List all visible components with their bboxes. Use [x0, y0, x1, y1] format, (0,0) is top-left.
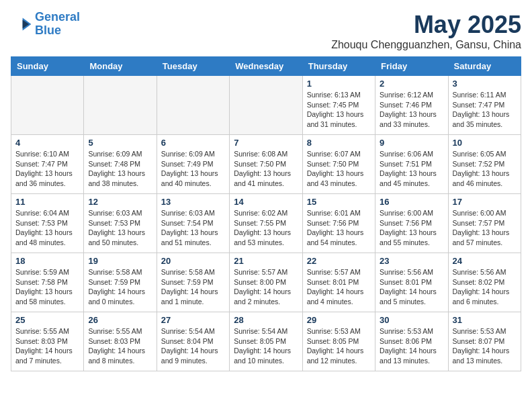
day-number: 12	[88, 197, 152, 207]
calendar-cell: 23Sunrise: 5:56 AM Sunset: 8:01 PM Dayli…	[375, 253, 448, 312]
calendar-cell: 15Sunrise: 6:01 AM Sunset: 7:56 PM Dayli…	[302, 194, 375, 253]
calendar-week-row: 4Sunrise: 6:10 AM Sunset: 7:47 PM Daylig…	[11, 135, 521, 194]
calendar-cell: 21Sunrise: 5:57 AM Sunset: 8:00 PM Dayli…	[230, 253, 302, 312]
calendar-cell	[230, 76, 302, 135]
calendar-cell: 4Sunrise: 6:10 AM Sunset: 7:47 PM Daylig…	[11, 135, 84, 194]
weekday-header: Saturday	[448, 57, 521, 76]
calendar-cell: 6Sunrise: 6:09 AM Sunset: 7:49 PM Daylig…	[157, 135, 229, 194]
calendar-cell: 11Sunrise: 6:04 AM Sunset: 7:53 PM Dayli…	[11, 194, 84, 253]
day-info: Sunrise: 6:12 AM Sunset: 7:46 PM Dayligh…	[380, 90, 443, 130]
location-title: Zhouqu Chengguanzhen, Gansu, China	[331, 39, 521, 51]
calendar-cell: 9Sunrise: 6:06 AM Sunset: 7:51 PM Daylig…	[375, 135, 448, 194]
day-info: Sunrise: 5:53 AM Sunset: 8:07 PM Dayligh…	[453, 326, 517, 366]
day-info: Sunrise: 6:02 AM Sunset: 7:55 PM Dayligh…	[234, 208, 298, 248]
day-info: Sunrise: 6:00 AM Sunset: 7:56 PM Dayligh…	[380, 208, 443, 248]
day-number: 30	[380, 315, 443, 325]
day-info: Sunrise: 5:57 AM Sunset: 8:00 PM Dayligh…	[234, 267, 298, 307]
calendar-cell: 13Sunrise: 6:03 AM Sunset: 7:54 PM Dayli…	[157, 194, 229, 253]
logo-line1: General	[35, 10, 80, 24]
calendar-cell: 1Sunrise: 6:13 AM Sunset: 7:45 PM Daylig…	[302, 76, 375, 135]
logo: General Blue	[11, 11, 80, 38]
day-number: 6	[161, 138, 225, 148]
day-number: 28	[234, 315, 298, 325]
day-number: 23	[380, 256, 443, 266]
logo-line2: Blue	[35, 24, 61, 37]
day-info: Sunrise: 6:07 AM Sunset: 7:50 PM Dayligh…	[307, 149, 371, 189]
weekday-header-row: SundayMondayTuesdayWednesdayThursdayFrid…	[11, 57, 521, 76]
day-number: 27	[161, 315, 225, 325]
day-number: 11	[15, 197, 79, 207]
calendar-week-row: 11Sunrise: 6:04 AM Sunset: 7:53 PM Dayli…	[11, 194, 521, 253]
day-info: Sunrise: 6:03 AM Sunset: 7:54 PM Dayligh…	[161, 208, 225, 248]
day-number: 3	[453, 79, 517, 89]
calendar-cell: 17Sunrise: 6:00 AM Sunset: 7:57 PM Dayli…	[448, 194, 521, 253]
day-number: 20	[161, 256, 225, 266]
day-info: Sunrise: 6:13 AM Sunset: 7:45 PM Dayligh…	[307, 90, 371, 130]
weekday-header: Tuesday	[157, 57, 229, 76]
day-number: 24	[453, 256, 517, 266]
calendar-cell: 7Sunrise: 6:08 AM Sunset: 7:50 PM Daylig…	[230, 135, 302, 194]
calendar: SundayMondayTuesdayWednesdayThursdayFrid…	[11, 56, 521, 371]
day-number: 4	[15, 138, 79, 148]
day-info: Sunrise: 5:54 AM Sunset: 8:04 PM Dayligh…	[161, 326, 225, 366]
day-info: Sunrise: 6:09 AM Sunset: 7:49 PM Dayligh…	[161, 149, 225, 189]
day-info: Sunrise: 6:11 AM Sunset: 7:47 PM Dayligh…	[453, 90, 517, 130]
logo-icon	[11, 13, 32, 35]
weekday-header: Friday	[375, 57, 448, 76]
day-number: 1	[307, 79, 371, 89]
title-section: May 2025 Zhouqu Chengguanzhen, Gansu, Ch…	[331, 11, 521, 51]
day-number: 5	[88, 138, 152, 148]
day-info: Sunrise: 6:00 AM Sunset: 7:57 PM Dayligh…	[453, 208, 517, 248]
day-number: 15	[307, 197, 371, 207]
day-number: 17	[453, 197, 517, 207]
day-number: 14	[234, 197, 298, 207]
day-number: 9	[380, 138, 443, 148]
day-info: Sunrise: 6:05 AM Sunset: 7:52 PM Dayligh…	[453, 149, 517, 189]
day-info: Sunrise: 5:55 AM Sunset: 8:03 PM Dayligh…	[15, 326, 79, 366]
calendar-cell	[11, 76, 84, 135]
day-info: Sunrise: 5:53 AM Sunset: 8:05 PM Dayligh…	[307, 326, 371, 366]
day-info: Sunrise: 6:08 AM Sunset: 7:50 PM Dayligh…	[234, 149, 298, 189]
calendar-cell	[84, 76, 157, 135]
calendar-cell: 19Sunrise: 5:58 AM Sunset: 7:59 PM Dayli…	[84, 253, 157, 312]
day-number: 2	[380, 79, 443, 89]
calendar-cell: 12Sunrise: 6:03 AM Sunset: 7:53 PM Dayli…	[84, 194, 157, 253]
day-info: Sunrise: 5:53 AM Sunset: 8:06 PM Dayligh…	[380, 326, 443, 366]
day-info: Sunrise: 5:56 AM Sunset: 8:02 PM Dayligh…	[453, 267, 517, 307]
day-number: 22	[307, 256, 371, 266]
day-info: Sunrise: 5:55 AM Sunset: 8:03 PM Dayligh…	[88, 326, 152, 366]
calendar-cell: 22Sunrise: 5:57 AM Sunset: 8:01 PM Dayli…	[302, 253, 375, 312]
day-info: Sunrise: 6:06 AM Sunset: 7:51 PM Dayligh…	[380, 149, 443, 189]
calendar-cell: 14Sunrise: 6:02 AM Sunset: 7:55 PM Dayli…	[230, 194, 302, 253]
calendar-cell: 8Sunrise: 6:07 AM Sunset: 7:50 PM Daylig…	[302, 135, 375, 194]
day-info: Sunrise: 6:03 AM Sunset: 7:53 PM Dayligh…	[88, 208, 152, 248]
calendar-cell: 29Sunrise: 5:53 AM Sunset: 8:05 PM Dayli…	[302, 312, 375, 371]
calendar-cell: 25Sunrise: 5:55 AM Sunset: 8:03 PM Dayli…	[11, 312, 84, 371]
calendar-cell: 27Sunrise: 5:54 AM Sunset: 8:04 PM Dayli…	[157, 312, 229, 371]
day-info: Sunrise: 5:56 AM Sunset: 8:01 PM Dayligh…	[380, 267, 443, 307]
day-info: Sunrise: 6:10 AM Sunset: 7:47 PM Dayligh…	[15, 149, 79, 189]
day-number: 25	[15, 315, 79, 325]
day-number: 8	[307, 138, 371, 148]
day-info: Sunrise: 5:59 AM Sunset: 7:58 PM Dayligh…	[15, 267, 79, 307]
day-number: 29	[307, 315, 371, 325]
weekday-header: Wednesday	[230, 57, 302, 76]
calendar-cell	[157, 76, 229, 135]
day-number: 19	[88, 256, 152, 266]
day-info: Sunrise: 5:58 AM Sunset: 7:59 PM Dayligh…	[88, 267, 152, 307]
calendar-cell: 26Sunrise: 5:55 AM Sunset: 8:03 PM Dayli…	[84, 312, 157, 371]
day-number: 7	[234, 138, 298, 148]
calendar-cell: 28Sunrise: 5:54 AM Sunset: 8:05 PM Dayli…	[230, 312, 302, 371]
weekday-header: Monday	[84, 57, 157, 76]
day-number: 16	[380, 197, 443, 207]
day-info: Sunrise: 6:09 AM Sunset: 7:48 PM Dayligh…	[88, 149, 152, 189]
month-title: May 2025	[331, 11, 521, 39]
calendar-week-row: 1Sunrise: 6:13 AM Sunset: 7:45 PM Daylig…	[11, 76, 521, 135]
day-number: 26	[88, 315, 152, 325]
day-number: 10	[453, 138, 517, 148]
weekday-header: Sunday	[11, 57, 84, 76]
calendar-cell: 16Sunrise: 6:00 AM Sunset: 7:56 PM Dayli…	[375, 194, 448, 253]
calendar-cell: 2Sunrise: 6:12 AM Sunset: 7:46 PM Daylig…	[375, 76, 448, 135]
day-info: Sunrise: 6:04 AM Sunset: 7:53 PM Dayligh…	[15, 208, 79, 248]
day-number: 31	[453, 315, 517, 325]
